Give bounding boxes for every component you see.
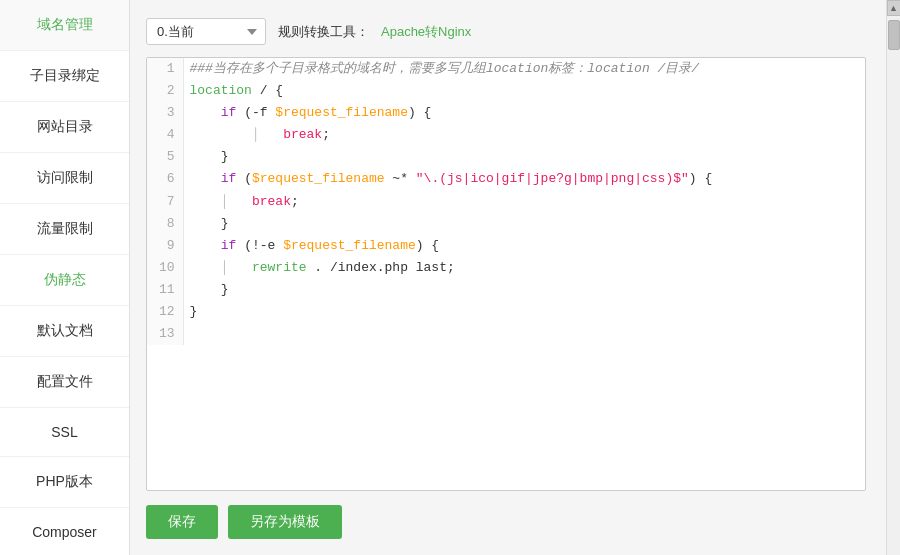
line-content-4[interactable]: │ break;: [183, 124, 865, 146]
scroll-thumb[interactable]: [888, 20, 900, 50]
line-number-9: 9: [147, 235, 183, 257]
table-row: 13: [147, 323, 865, 345]
line-content-7[interactable]: │ break;: [183, 191, 865, 213]
sidebar-item-sitedir[interactable]: 网站目录: [0, 102, 129, 153]
line-content-9[interactable]: if (!-e $request_filename) {: [183, 235, 865, 257]
line-content-1[interactable]: ###当存在多个子目录格式的域名时，需要多写几组location标签：locat…: [183, 58, 865, 80]
table-row: 1 ###当存在多个子目录格式的域名时，需要多写几组location标签：loc…: [147, 58, 865, 80]
code-editor[interactable]: 1 ###当存在多个子目录格式的域名时，需要多写几组location标签：loc…: [146, 57, 866, 491]
line-content-3[interactable]: if (-f $request_filename) {: [183, 102, 865, 124]
save-as-button[interactable]: 另存为模板: [228, 505, 342, 539]
sidebar-item-access[interactable]: 访问限制: [0, 153, 129, 204]
table-row: 2 location / {: [147, 80, 865, 102]
button-row: 保存 另存为模板: [146, 505, 866, 539]
table-row: 8 }: [147, 213, 865, 235]
table-row: 9 if (!-e $request_filename) {: [147, 235, 865, 257]
table-row: 6 if ($request_filename ~* "\.(js|ico|gi…: [147, 168, 865, 190]
line-content-13[interactable]: [183, 323, 865, 345]
line-number-5: 5: [147, 146, 183, 168]
code-table: 1 ###当存在多个子目录格式的域名时，需要多写几组location标签：loc…: [147, 58, 865, 345]
line-number-11: 11: [147, 279, 183, 301]
sidebar-item-default-doc[interactable]: 默认文档: [0, 306, 129, 357]
sidebar-item-composer[interactable]: Composer: [0, 508, 129, 555]
line-number-2: 2: [147, 80, 183, 102]
version-select[interactable]: 0.当前: [146, 18, 266, 45]
sidebar-item-php[interactable]: PHP版本: [0, 457, 129, 508]
sidebar: 域名管理 子目录绑定 网站目录 访问限制 流量限制 伪静态 默认文档 配置文件 …: [0, 0, 130, 555]
line-number-12: 12: [147, 301, 183, 323]
sidebar-item-subdir[interactable]: 子目录绑定: [0, 51, 129, 102]
right-scrollbar[interactable]: ▲: [886, 0, 900, 555]
line-content-8[interactable]: }: [183, 213, 865, 235]
line-number-8: 8: [147, 213, 183, 235]
line-number-4: 4: [147, 124, 183, 146]
sidebar-item-ssl[interactable]: SSL: [0, 408, 129, 457]
line-number-13: 13: [147, 323, 183, 345]
converter-link[interactable]: Apache转Nginx: [381, 23, 471, 41]
line-number-10: 10: [147, 257, 183, 279]
sidebar-item-domain[interactable]: 域名管理: [0, 0, 129, 51]
sidebar-item-traffic[interactable]: 流量限制: [0, 204, 129, 255]
line-number-7: 7: [147, 191, 183, 213]
scroll-up-btn[interactable]: ▲: [887, 0, 901, 16]
save-button[interactable]: 保存: [146, 505, 218, 539]
line-content-10[interactable]: │ rewrite . /index.php last;: [183, 257, 865, 279]
table-row: 7 │ break;: [147, 191, 865, 213]
table-row: 4 │ break;: [147, 124, 865, 146]
table-row: 3 if (-f $request_filename) {: [147, 102, 865, 124]
line-number-6: 6: [147, 168, 183, 190]
toolbar-label: 规则转换工具：: [278, 23, 369, 41]
line-content-5[interactable]: }: [183, 146, 865, 168]
table-row: 10 │ rewrite . /index.php last;: [147, 257, 865, 279]
line-number-3: 3: [147, 102, 183, 124]
table-row: 11 }: [147, 279, 865, 301]
line-number-1: 1: [147, 58, 183, 80]
line-content-11[interactable]: }: [183, 279, 865, 301]
table-row: 12 }: [147, 301, 865, 323]
sidebar-item-static[interactable]: 伪静态: [0, 255, 129, 306]
sidebar-item-config[interactable]: 配置文件: [0, 357, 129, 408]
toolbar-row: 0.当前 规则转换工具： Apache转Nginx: [146, 18, 866, 45]
line-content-12[interactable]: }: [183, 301, 865, 323]
line-content-6[interactable]: if ($request_filename ~* "\.(js|ico|gif|…: [183, 168, 865, 190]
table-row: 5 }: [147, 146, 865, 168]
line-content-2[interactable]: location / {: [183, 80, 865, 102]
main-content: 0.当前 规则转换工具： Apache转Nginx 1 ###当存在多个子目录格…: [130, 0, 886, 555]
